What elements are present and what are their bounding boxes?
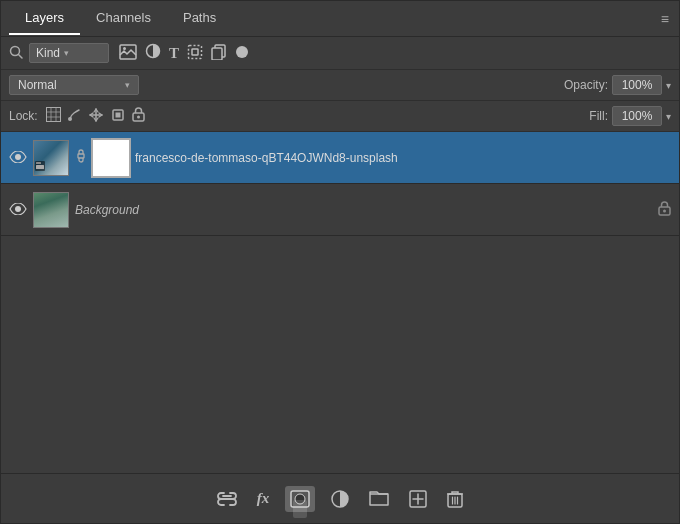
lock-image-icon[interactable] bbox=[67, 107, 82, 125]
lock-artboard-icon[interactable] bbox=[110, 107, 126, 126]
layer-chain-icon[interactable] bbox=[75, 149, 87, 166]
filter-shape-icon[interactable] bbox=[187, 44, 203, 63]
opacity-chevron[interactable]: ▾ bbox=[666, 80, 671, 91]
layer-visibility-toggle[interactable] bbox=[9, 150, 27, 166]
blend-mode-row: Normal ▾ Opacity: 100% ▾ bbox=[1, 70, 679, 101]
layer-lock-indicator bbox=[658, 201, 671, 219]
svg-point-25 bbox=[15, 206, 21, 212]
filter-text-icon[interactable]: T bbox=[169, 45, 179, 62]
layer-thumbnail bbox=[33, 140, 69, 176]
bottom-toolbar: fx bbox=[1, 473, 679, 523]
svg-rect-24 bbox=[78, 154, 84, 158]
kind-chevron: ▾ bbox=[64, 48, 69, 58]
layer-thumbnail bbox=[33, 192, 69, 228]
lock-transparent-icon[interactable] bbox=[46, 107, 61, 125]
fill-value[interactable]: 100% bbox=[612, 106, 662, 126]
lock-label: Lock: bbox=[9, 109, 38, 123]
search-icon bbox=[9, 45, 23, 62]
svg-rect-6 bbox=[192, 49, 198, 55]
layer-name: Background bbox=[75, 203, 652, 217]
fill-label: Fill: bbox=[589, 109, 608, 123]
table-row[interactable]: Background bbox=[1, 184, 679, 236]
lock-all-icon[interactable] bbox=[132, 107, 145, 125]
opacity-value[interactable]: 100% bbox=[612, 75, 662, 95]
lock-row: Lock: bbox=[1, 101, 679, 132]
blend-mode-dropdown[interactable]: Normal ▾ bbox=[9, 75, 139, 95]
blend-mode-chevron: ▾ bbox=[125, 80, 130, 90]
layers-panel: Layers Channels Paths ≡ Kind ▾ bbox=[0, 0, 680, 524]
kind-dropdown[interactable]: Kind ▾ bbox=[29, 43, 109, 63]
filter-smart-icon[interactable] bbox=[211, 44, 227, 63]
svg-point-3 bbox=[123, 47, 126, 50]
tab-bar: Layers Channels Paths ≡ bbox=[1, 1, 679, 37]
add-layer-icon[interactable] bbox=[405, 486, 431, 512]
adjustment-layer-icon[interactable] bbox=[327, 486, 353, 512]
link-icon[interactable] bbox=[213, 488, 241, 510]
svg-point-9 bbox=[236, 46, 248, 58]
svg-rect-8 bbox=[212, 48, 222, 60]
svg-point-20 bbox=[15, 154, 21, 160]
svg-rect-10 bbox=[46, 108, 60, 122]
fill-chevron[interactable]: ▾ bbox=[666, 111, 671, 122]
filter-pixel-icon[interactable] bbox=[235, 45, 249, 62]
svg-point-27 bbox=[663, 209, 666, 212]
svg-rect-22 bbox=[36, 165, 44, 169]
layer-mask-thumbnail bbox=[93, 140, 129, 176]
filter-icons-row: T bbox=[119, 43, 249, 63]
table-row[interactable]: francesco-de-tommaso-qBT44OJWNd8-unsplas… bbox=[1, 132, 679, 184]
folder-icon[interactable] bbox=[365, 486, 393, 511]
add-mask-button[interactable] bbox=[285, 486, 315, 512]
panel-menu-icon[interactable]: ≡ bbox=[661, 11, 669, 27]
fill-section: Fill: 100% ▾ bbox=[589, 106, 671, 126]
tab-channels[interactable]: Channels bbox=[80, 2, 167, 35]
svg-rect-17 bbox=[115, 112, 120, 117]
opacity-label: Opacity: bbox=[564, 78, 608, 92]
svg-point-31 bbox=[295, 494, 305, 504]
kind-label: Kind bbox=[36, 46, 60, 60]
layer-visibility-toggle[interactable] bbox=[9, 202, 27, 218]
empty-layer-area bbox=[1, 236, 679, 316]
layer-name: francesco-de-tommaso-qBT44OJWNd8-unsplas… bbox=[135, 151, 671, 165]
filter-adjustment-icon[interactable] bbox=[145, 43, 161, 63]
svg-rect-23 bbox=[36, 162, 41, 164]
lock-position-icon[interactable] bbox=[88, 107, 104, 126]
filter-bar: Kind ▾ T bbox=[1, 37, 679, 70]
layers-list: francesco-de-tommaso-qBT44OJWNd8-unsplas… bbox=[1, 132, 679, 473]
opacity-row: Opacity: 100% ▾ bbox=[564, 75, 671, 95]
svg-line-1 bbox=[19, 54, 23, 58]
blend-mode-label: Normal bbox=[18, 78, 57, 92]
fx-icon[interactable]: fx bbox=[253, 486, 274, 511]
delete-layer-icon[interactable] bbox=[443, 486, 467, 512]
svg-point-19 bbox=[137, 116, 140, 119]
svg-rect-5 bbox=[189, 45, 202, 58]
tab-layers[interactable]: Layers bbox=[9, 2, 80, 35]
svg-point-15 bbox=[68, 117, 72, 121]
filter-image-icon[interactable] bbox=[119, 44, 137, 63]
tab-paths[interactable]: Paths bbox=[167, 2, 232, 35]
